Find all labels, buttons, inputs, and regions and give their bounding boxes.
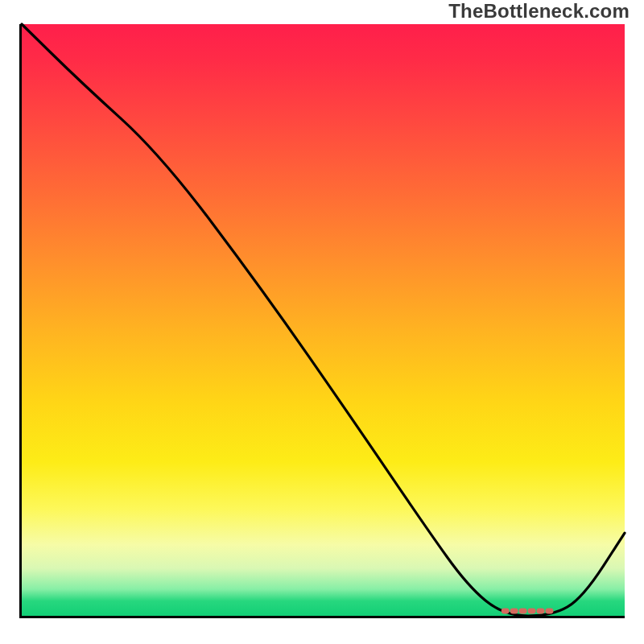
chart-svg bbox=[22, 24, 625, 616]
bottleneck-curve bbox=[22, 24, 625, 616]
chart-root: TheBottleneck.com bbox=[0, 0, 644, 644]
watermark-label: TheBottleneck.com bbox=[448, 0, 630, 23]
plot-area bbox=[19, 24, 625, 618]
